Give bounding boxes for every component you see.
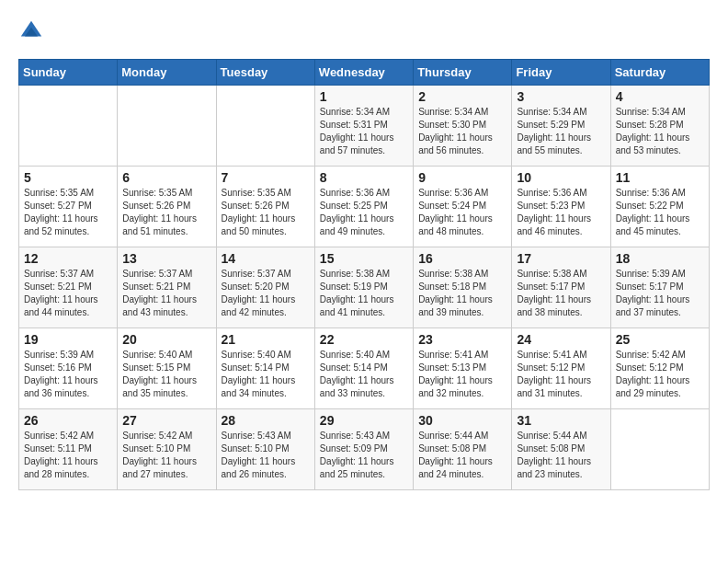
day-info: Sunrise: 5:39 AM Sunset: 5:17 PM Dayligh… <box>616 268 704 319</box>
day-number: 22 <box>320 332 408 347</box>
day-info: Sunrise: 5:40 AM Sunset: 5:14 PM Dayligh… <box>320 349 408 400</box>
day-number: 15 <box>320 251 408 266</box>
calendar-cell: 6Sunrise: 5:35 AM Sunset: 5:26 PM Daylig… <box>118 167 216 247</box>
page-header <box>18 18 710 44</box>
day-number: 25 <box>616 332 704 347</box>
day-info: Sunrise: 5:37 AM Sunset: 5:21 PM Dayligh… <box>122 268 210 319</box>
day-number: 18 <box>616 251 704 266</box>
day-number: 2 <box>418 89 506 104</box>
day-info: Sunrise: 5:34 AM Sunset: 5:30 PM Dayligh… <box>418 106 506 157</box>
day-number: 20 <box>122 332 210 347</box>
day-info: Sunrise: 5:36 AM Sunset: 5:23 PM Dayligh… <box>517 187 605 238</box>
calendar-cell <box>610 409 709 490</box>
calendar-cell: 12Sunrise: 5:37 AM Sunset: 5:21 PM Dayli… <box>19 247 118 328</box>
day-info: Sunrise: 5:42 AM Sunset: 5:12 PM Dayligh… <box>616 349 704 400</box>
calendar-cell <box>118 86 216 167</box>
day-info: Sunrise: 5:40 AM Sunset: 5:15 PM Dayligh… <box>122 349 210 400</box>
calendar-cell: 9Sunrise: 5:36 AM Sunset: 5:24 PM Daylig… <box>414 167 512 247</box>
day-info: Sunrise: 5:35 AM Sunset: 5:26 PM Dayligh… <box>122 187 210 238</box>
day-info: Sunrise: 5:35 AM Sunset: 5:26 PM Dayligh… <box>222 187 310 238</box>
day-info: Sunrise: 5:39 AM Sunset: 5:16 PM Dayligh… <box>24 349 112 400</box>
calendar-week-4: 19Sunrise: 5:39 AM Sunset: 5:16 PM Dayli… <box>19 328 710 409</box>
calendar-cell: 17Sunrise: 5:38 AM Sunset: 5:17 PM Dayli… <box>512 247 610 328</box>
day-number: 21 <box>222 332 310 347</box>
day-header-thursday: Thursday <box>414 60 512 86</box>
day-info: Sunrise: 5:38 AM Sunset: 5:17 PM Dayligh… <box>517 268 605 319</box>
calendar-week-5: 26Sunrise: 5:42 AM Sunset: 5:11 PM Dayli… <box>19 409 710 490</box>
day-number: 30 <box>418 413 506 428</box>
calendar-cell: 28Sunrise: 5:43 AM Sunset: 5:10 PM Dayli… <box>216 409 314 490</box>
calendar-cell: 24Sunrise: 5:41 AM Sunset: 5:12 PM Dayli… <box>512 328 610 409</box>
day-number: 13 <box>122 251 210 266</box>
calendar-table: SundayMondayTuesdayWednesdayThursdayFrid… <box>18 59 710 490</box>
calendar-week-1: 1Sunrise: 5:34 AM Sunset: 5:31 PM Daylig… <box>19 86 710 167</box>
calendar-cell: 30Sunrise: 5:44 AM Sunset: 5:08 PM Dayli… <box>414 409 512 490</box>
day-number: 9 <box>418 170 506 185</box>
day-info: Sunrise: 5:44 AM Sunset: 5:08 PM Dayligh… <box>517 430 605 481</box>
calendar-cell: 7Sunrise: 5:35 AM Sunset: 5:26 PM Daylig… <box>216 167 314 247</box>
calendar-cell: 16Sunrise: 5:38 AM Sunset: 5:18 PM Dayli… <box>414 247 512 328</box>
day-number: 17 <box>517 251 605 266</box>
calendar-cell: 10Sunrise: 5:36 AM Sunset: 5:23 PM Dayli… <box>512 167 610 247</box>
day-number: 6 <box>122 170 210 185</box>
calendar-cell: 5Sunrise: 5:35 AM Sunset: 5:27 PM Daylig… <box>19 167 118 247</box>
day-info: Sunrise: 5:37 AM Sunset: 5:20 PM Dayligh… <box>222 268 310 319</box>
day-number: 23 <box>418 332 506 347</box>
day-number: 27 <box>122 413 210 428</box>
calendar-cell: 21Sunrise: 5:40 AM Sunset: 5:14 PM Dayli… <box>216 328 314 409</box>
day-number: 29 <box>320 413 408 428</box>
logo <box>18 18 48 44</box>
calendar-cell: 8Sunrise: 5:36 AM Sunset: 5:25 PM Daylig… <box>314 167 413 247</box>
day-info: Sunrise: 5:41 AM Sunset: 5:12 PM Dayligh… <box>517 349 605 400</box>
calendar-cell: 14Sunrise: 5:37 AM Sunset: 5:20 PM Dayli… <box>216 247 314 328</box>
logo-icon <box>18 18 44 44</box>
day-header-wednesday: Wednesday <box>314 60 413 86</box>
days-header-row: SundayMondayTuesdayWednesdayThursdayFrid… <box>19 60 710 86</box>
day-number: 31 <box>517 413 605 428</box>
day-info: Sunrise: 5:44 AM Sunset: 5:08 PM Dayligh… <box>418 430 506 481</box>
calendar-cell: 2Sunrise: 5:34 AM Sunset: 5:30 PM Daylig… <box>414 86 512 167</box>
day-info: Sunrise: 5:42 AM Sunset: 5:11 PM Dayligh… <box>24 430 112 481</box>
calendar-cell: 26Sunrise: 5:42 AM Sunset: 5:11 PM Dayli… <box>19 409 118 490</box>
day-info: Sunrise: 5:38 AM Sunset: 5:19 PM Dayligh… <box>320 268 408 319</box>
calendar-cell: 11Sunrise: 5:36 AM Sunset: 5:22 PM Dayli… <box>610 167 709 247</box>
calendar-cell: 25Sunrise: 5:42 AM Sunset: 5:12 PM Dayli… <box>610 328 709 409</box>
calendar-week-3: 12Sunrise: 5:37 AM Sunset: 5:21 PM Dayli… <box>19 247 710 328</box>
day-number: 4 <box>616 89 704 104</box>
day-number: 19 <box>24 332 112 347</box>
calendar-cell: 13Sunrise: 5:37 AM Sunset: 5:21 PM Dayli… <box>118 247 216 328</box>
day-info: Sunrise: 5:35 AM Sunset: 5:27 PM Dayligh… <box>24 187 112 238</box>
day-number: 1 <box>320 89 408 104</box>
day-number: 11 <box>616 170 704 185</box>
day-info: Sunrise: 5:38 AM Sunset: 5:18 PM Dayligh… <box>418 268 506 319</box>
day-info: Sunrise: 5:34 AM Sunset: 5:29 PM Dayligh… <box>517 106 605 157</box>
calendar-cell: 19Sunrise: 5:39 AM Sunset: 5:16 PM Dayli… <box>19 328 118 409</box>
day-header-sunday: Sunday <box>19 60 118 86</box>
calendar-cell: 15Sunrise: 5:38 AM Sunset: 5:19 PM Dayli… <box>314 247 413 328</box>
day-number: 12 <box>24 251 112 266</box>
calendar-cell: 27Sunrise: 5:42 AM Sunset: 5:10 PM Dayli… <box>118 409 216 490</box>
day-info: Sunrise: 5:36 AM Sunset: 5:25 PM Dayligh… <box>320 187 408 238</box>
day-info: Sunrise: 5:40 AM Sunset: 5:14 PM Dayligh… <box>222 349 310 400</box>
calendar-cell: 18Sunrise: 5:39 AM Sunset: 5:17 PM Dayli… <box>610 247 709 328</box>
calendar-cell <box>19 86 118 167</box>
day-number: 14 <box>222 251 310 266</box>
day-header-tuesday: Tuesday <box>216 60 314 86</box>
day-info: Sunrise: 5:34 AM Sunset: 5:31 PM Dayligh… <box>320 106 408 157</box>
day-info: Sunrise: 5:43 AM Sunset: 5:09 PM Dayligh… <box>320 430 408 481</box>
calendar-cell: 3Sunrise: 5:34 AM Sunset: 5:29 PM Daylig… <box>512 86 610 167</box>
calendar-cell: 20Sunrise: 5:40 AM Sunset: 5:15 PM Dayli… <box>118 328 216 409</box>
day-number: 5 <box>24 170 112 185</box>
day-info: Sunrise: 5:34 AM Sunset: 5:28 PM Dayligh… <box>616 106 704 157</box>
calendar-cell: 23Sunrise: 5:41 AM Sunset: 5:13 PM Dayli… <box>414 328 512 409</box>
calendar-cell: 29Sunrise: 5:43 AM Sunset: 5:09 PM Dayli… <box>314 409 413 490</box>
calendar-cell <box>216 86 314 167</box>
day-info: Sunrise: 5:36 AM Sunset: 5:22 PM Dayligh… <box>616 187 704 238</box>
day-info: Sunrise: 5:42 AM Sunset: 5:10 PM Dayligh… <box>122 430 210 481</box>
day-header-friday: Friday <box>512 60 610 86</box>
day-number: 16 <box>418 251 506 266</box>
day-number: 24 <box>517 332 605 347</box>
day-number: 26 <box>24 413 112 428</box>
calendar-cell: 1Sunrise: 5:34 AM Sunset: 5:31 PM Daylig… <box>314 86 413 167</box>
calendar-cell: 31Sunrise: 5:44 AM Sunset: 5:08 PM Dayli… <box>512 409 610 490</box>
